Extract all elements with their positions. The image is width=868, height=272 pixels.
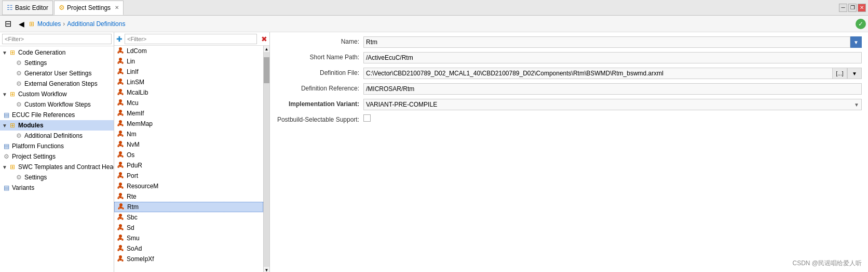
tree-item-custom-workflow[interactable]: ▼ ⊞ Custom Workflow — [0, 89, 114, 99]
module-icon — [116, 46, 125, 56]
short-name-path-input[interactable] — [363, 52, 862, 63]
modules-link[interactable]: Modules — [37, 20, 61, 28]
list-item[interactable]: MemMap — [114, 119, 263, 129]
module-icon — [116, 119, 125, 129]
svg-point-12 — [119, 89, 122, 92]
definition-file-browse-button[interactable]: [...] — [833, 68, 847, 79]
remove-icon[interactable]: ✖ — [261, 35, 267, 43]
svg-point-45 — [119, 203, 123, 206]
tree-item-swc-settings[interactable]: ⚙ Settings — [0, 172, 114, 183]
svg-point-55 — [117, 239, 119, 241]
list-item[interactable]: LinSM — [114, 77, 263, 87]
tree-label-external-gen: External Generation Steps — [24, 80, 98, 87]
tab-basic-editor[interactable]: ☷ Basic Editor — [2, 1, 53, 15]
list-item[interactable]: Lin — [114, 56, 263, 67]
list-item[interactable]: NvM — [114, 139, 263, 150]
tree-item-code-gen[interactable]: ▼ ⊞ Code Generation — [0, 47, 114, 58]
module-icon — [116, 129, 125, 139]
list-item-label: Smu — [127, 235, 140, 242]
list-item-label: Sd — [127, 224, 134, 231]
svg-point-54 — [119, 235, 122, 238]
implementation-variant-select[interactable]: VARIANT-PRE-COMPILE ▼ — [363, 99, 862, 110]
scroll-down-button[interactable]: ▼ — [264, 267, 269, 272]
tree-item-platform-functions[interactable]: ▤ Platform Functions — [0, 141, 114, 151]
settings-icon-external: ⚙ — [15, 80, 23, 88]
svg-point-50 — [121, 218, 124, 220]
window-controls: ─ ❐ ✕ — [839, 4, 866, 12]
list-item[interactable]: McalLib — [114, 87, 263, 98]
list-item[interactable]: ResourceM — [114, 181, 263, 191]
list-item[interactable]: Sbc — [114, 212, 263, 223]
module-icon — [116, 171, 125, 181]
list-item[interactable]: Sd — [114, 223, 263, 233]
name-field-row: Name: ▼ — [276, 36, 862, 48]
list-item-label: LinSM — [127, 79, 144, 86]
list-item[interactable]: Smu — [114, 233, 263, 243]
list-item-label: ResourceM — [127, 183, 158, 190]
tree-item-variants[interactable]: ▤ Variants — [0, 183, 114, 193]
list-item[interactable]: Mcu — [114, 98, 263, 108]
list-item[interactable]: SoAd — [114, 243, 263, 254]
postbuild-checkbox[interactable] — [363, 114, 371, 122]
list-item[interactable]: MemIf — [114, 108, 263, 119]
svg-point-38 — [121, 176, 124, 178]
tree-item-swc-templates[interactable]: ▼ ⊞ SWC Templates and Contract Headers — [0, 162, 114, 172]
list-item[interactable]: Rte — [114, 191, 263, 202]
add-icon[interactable]: ✚ — [116, 35, 123, 43]
tree-label-variants: Variants — [12, 184, 34, 191]
list-item[interactable]: SomeIpXf — [114, 254, 263, 264]
svg-point-7 — [117, 72, 119, 74]
tab-project-settings[interactable]: ⚙ Project Settings ✕ — [54, 1, 124, 15]
list-item[interactable]: Os — [114, 150, 263, 160]
tree-item-project-settings[interactable]: ⚙ Project Settings — [0, 151, 114, 162]
svg-point-22 — [117, 124, 119, 126]
scroll-up-button[interactable]: ▲ — [264, 46, 269, 52]
left-filter-input[interactable] — [2, 34, 112, 44]
svg-point-40 — [117, 187, 119, 189]
middle-filter-input[interactable] — [125, 34, 257, 44]
svg-point-33 — [119, 162, 122, 165]
tree-item-additional-defs[interactable]: ⚙ Additional Definitions — [0, 131, 114, 141]
tree-label-modules: Modules — [18, 122, 44, 129]
module-icon — [116, 150, 125, 160]
main-layout: ▼ ⊞ Code Generation ⚙ Settings ⚙ Generat… — [0, 32, 868, 272]
list-item[interactable]: Nm — [114, 129, 263, 139]
module-icon — [116, 140, 125, 150]
definition-reference-input[interactable] — [363, 83, 862, 95]
list-item[interactable]: LdCom — [114, 46, 263, 56]
close-button[interactable]: ✕ — [858, 4, 866, 12]
back-button[interactable]: ◀ — [16, 18, 27, 30]
middle-scrollbar[interactable]: ▲ ▼ — [263, 46, 269, 272]
module-icon — [116, 77, 125, 87]
svg-point-5 — [121, 62, 124, 64]
svg-point-20 — [121, 114, 124, 116]
svg-point-23 — [121, 124, 124, 126]
scroll-thumb[interactable] — [264, 57, 269, 83]
name-input[interactable] — [363, 36, 850, 48]
tree-item-external-gen[interactable]: ⚙ External Generation Steps — [0, 79, 114, 89]
definition-reference-label: Definition Reference: — [276, 83, 359, 92]
list-item[interactable]: Port — [114, 171, 263, 181]
tab-close-icon[interactable]: ✕ — [115, 5, 119, 10]
name-dropdown-button[interactable]: ▼ — [850, 36, 862, 48]
svg-point-21 — [119, 120, 122, 123]
tree-item-settings[interactable]: ⚙ Settings — [0, 58, 114, 68]
tab-project-settings-label: Project Settings — [67, 4, 111, 11]
list-item[interactable]: LinIf — [114, 67, 263, 77]
definition-file-input[interactable] — [363, 68, 833, 79]
definition-file-dropdown-button[interactable]: ▼ — [847, 68, 862, 79]
home-button[interactable]: ⊟ — [2, 18, 13, 30]
minimize-button[interactable]: ─ — [839, 4, 847, 12]
tree-item-modules[interactable]: ▼ ⊞ Modules — [0, 120, 114, 131]
list-item-label: PduR — [127, 162, 142, 169]
restore-button[interactable]: ❐ — [848, 4, 857, 12]
tree-item-ecuc[interactable]: ▤ ECUC File References — [0, 110, 114, 120]
svg-point-24 — [119, 131, 122, 134]
tree-item-custom-workflow-steps[interactable]: ⚙ Custom Workflow Steps — [0, 99, 114, 110]
additional-definitions-link[interactable]: Additional Definitions — [67, 20, 125, 28]
tree-item-generator-settings[interactable]: ⚙ Generator User Settings — [0, 68, 114, 79]
short-name-path-label: Short Name Path: — [276, 52, 359, 61]
list-item[interactable]: Rtm — [114, 202, 263, 212]
list-item[interactable]: PduR — [114, 160, 263, 171]
list-item-label: Rtm — [127, 203, 139, 211]
